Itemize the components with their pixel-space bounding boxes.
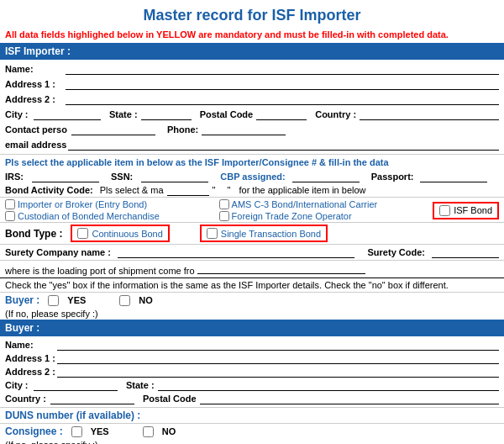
ssn-field[interactable] (141, 171, 208, 182)
country-label: Country : (315, 109, 356, 119)
buyer-country-label: Country : (5, 394, 47, 404)
space (218, 185, 223, 195)
state-label: State : (109, 109, 138, 119)
pls-select-field[interactable] (167, 184, 209, 196)
buyer-country-field[interactable] (50, 393, 134, 404)
consignee-no-label: NO (162, 426, 176, 436)
buyer-name-field[interactable] (57, 339, 499, 351)
foreign-trade-label: Foreign Trade Zone Operator (232, 211, 352, 221)
address2-field[interactable] (66, 93, 499, 105)
importer-broker-label: Importer or Broker (Entry Bond) (18, 199, 147, 209)
buyer-address1-field[interactable] (57, 352, 499, 364)
buyer-city-label: City : (5, 380, 30, 390)
isf-bond-checkbox[interactable] (439, 205, 450, 216)
postal-label: Postal Code (200, 109, 254, 119)
custodian-label: Custodian of Bonded Merchandise (18, 211, 160, 221)
duns-header: DUNS number (if available) : (0, 407, 504, 423)
address1-field[interactable] (66, 78, 499, 90)
email-label: email address (5, 140, 66, 150)
buyer-yn-label: Buyer : (5, 294, 39, 306)
continuous-bond-box: Continuous Bond (71, 225, 169, 242)
surety-company-label: Surety Company name : (5, 247, 111, 257)
single-transaction-box: Single Transaction Bond (200, 225, 328, 242)
cbp-label: CBP assigned: (220, 172, 285, 182)
passport-field[interactable] (420, 171, 487, 182)
city-label: City : (5, 109, 30, 119)
phone-label: Phone: (167, 124, 198, 135)
isf-bond-box: ISF Bond (433, 202, 499, 219)
buyer-state-field[interactable] (158, 379, 499, 391)
irs-label: IRS: (5, 172, 24, 182)
isf-importer-header: ISF Importer : (0, 43, 504, 60)
surety-code-field[interactable] (432, 246, 499, 258)
country-field[interactable] (360, 108, 499, 120)
no-label: NO (139, 295, 153, 305)
phone-field[interactable] (202, 124, 286, 135)
surety-company-field[interactable] (118, 246, 354, 258)
yes-label: YES (67, 295, 86, 305)
buyer-no-checkbox[interactable] (119, 295, 130, 306)
foreign-trade-checkbox[interactable] (219, 211, 229, 221)
buyer-address1-label: Address 1 : (5, 353, 55, 363)
consignee-if-no: (If no, please specify :) (0, 439, 504, 444)
consignee-no-checkbox[interactable] (143, 426, 154, 437)
address1-label: Address 1 : (5, 79, 64, 89)
for-applicable: for the applicable item in below (239, 185, 365, 195)
bond-activity-label: Bond Activity Code: (5, 185, 93, 195)
ssn-label: SSN: (111, 172, 133, 182)
pls-select-label: Pls select & ma (100, 185, 164, 195)
buyer-address2-label: Address 2 : (5, 367, 55, 377)
state-field[interactable] (141, 108, 192, 120)
isf-bond-label: ISF Bond (454, 205, 492, 215)
bond-type-label: Bond Type : (5, 228, 62, 240)
buyer-name-label: Name: (5, 340, 55, 350)
consignee-yes-checkbox[interactable] (71, 426, 82, 437)
single-transaction-label: Single Transaction Bond (221, 229, 321, 239)
buyer-section-header: Buyer : (0, 320, 504, 336)
cbp-field[interactable] (292, 171, 360, 182)
buyer-if-no: (If no, please specify :) (0, 308, 504, 320)
quote1: " (213, 185, 216, 195)
continuous-bond-label: Continuous Bond (92, 229, 162, 239)
contact-field[interactable] (71, 124, 155, 135)
email-field[interactable] (68, 139, 499, 151)
buyer-address2-field[interactable] (57, 366, 499, 378)
single-transaction-checkbox[interactable] (207, 228, 218, 239)
custodian-checkbox[interactable] (5, 211, 15, 221)
ams-label: AMS C-3 Bond/International Carrier (232, 199, 378, 209)
contact-label: Contact perso (5, 124, 68, 135)
name-field[interactable] (66, 63, 499, 75)
surety-code-label: Surety Code: (368, 247, 425, 257)
consignee-yn-label: Consignee : (5, 426, 63, 437)
consignee-yes-label: YES (91, 426, 109, 436)
importer-broker-checkbox[interactable] (5, 199, 15, 209)
name-label: Name: (5, 64, 64, 74)
pls-select-note: Pls select the applicable item in below … (0, 155, 504, 170)
irs-field[interactable] (32, 171, 99, 182)
address2-label: Address 2 : (5, 94, 64, 104)
loading-port-row: where is the loading port of shipment co… (0, 261, 504, 278)
buyer-yes-checkbox[interactable] (48, 295, 59, 306)
postal-field[interactable] (256, 108, 307, 120)
buyer-postal-field[interactable] (200, 393, 499, 404)
passport-label: Passport: (371, 172, 414, 182)
ams-checkbox[interactable] (219, 199, 229, 209)
city-field[interactable] (34, 108, 101, 120)
buyer-postal-label: Postal Code (143, 394, 197, 404)
quote2: " (228, 185, 231, 195)
continuous-bond-checkbox[interactable] (77, 228, 88, 239)
yes-no-note: Check the "yes" box if the information i… (0, 278, 504, 292)
buyer-state-label: State : (126, 380, 155, 390)
page-title: Master record for ISF Importer (0, 0, 504, 28)
mandatory-note: All data fields highlighed below in YELL… (0, 28, 504, 43)
buyer-city-field[interactable] (34, 379, 118, 391)
